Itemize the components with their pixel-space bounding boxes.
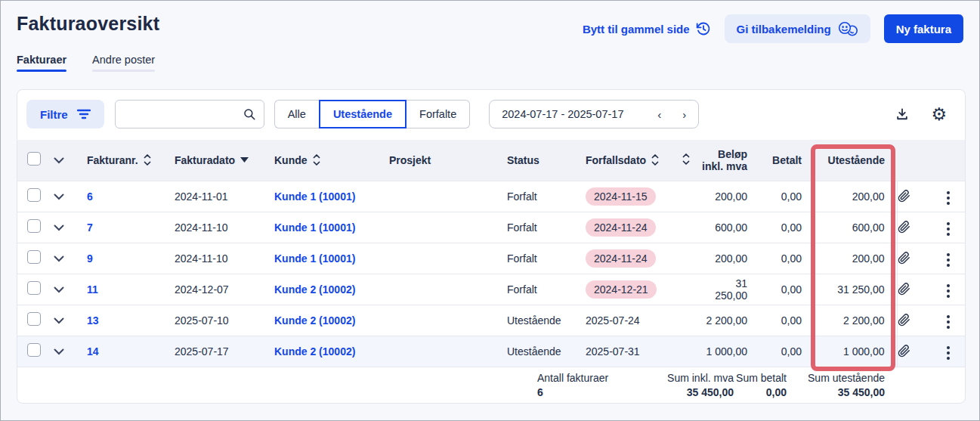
invoice-number-link[interactable]: 6: [87, 190, 93, 203]
inactive-tab-underline: [92, 70, 155, 72]
due-date: 2024-11-24: [586, 249, 656, 268]
outstanding-amount: 200,00: [852, 252, 885, 265]
customer-link[interactable]: Kunde 1 (10001): [274, 252, 355, 265]
row-expand-chevron-icon[interactable]: [54, 224, 64, 231]
table-row: 7 2024-11-10 Kunde 1 (10001) Forfalt 202…: [17, 212, 965, 243]
due-date: 2024-11-24: [586, 218, 656, 237]
kebab-menu-icon[interactable]: [944, 250, 953, 270]
customer-link[interactable]: Kunde 2 (10002): [274, 283, 355, 296]
row-checkbox[interactable]: [27, 281, 41, 295]
paperclip-icon[interactable]: [898, 282, 932, 296]
kebab-menu-icon[interactable]: [944, 312, 953, 332]
paperclip-icon[interactable]: [898, 189, 932, 203]
paperclip-icon[interactable]: [898, 344, 932, 358]
invoice-number-link[interactable]: 9: [87, 252, 93, 265]
row-checkbox[interactable]: [27, 312, 41, 326]
active-tab-underline: [17, 70, 66, 72]
col-header-actions: [932, 140, 965, 181]
date-prev-chevron[interactable]: ‹: [656, 107, 663, 122]
row-expand-chevron-icon[interactable]: [54, 286, 64, 293]
row-checkbox[interactable]: [27, 188, 41, 202]
customer-link[interactable]: Kunde 2 (10002): [274, 314, 355, 327]
col-header-utestaende: Utestående: [814, 140, 897, 181]
paid-amount: 0,00: [781, 221, 802, 234]
row-checkbox[interactable]: [27, 250, 41, 264]
smileys-icon: [838, 21, 858, 37]
col-header-kunde[interactable]: Kunde: [262, 140, 377, 181]
date-range-picker[interactable]: 2024-07-17 - 2025-07-17 ‹ ›: [489, 100, 699, 128]
search-box: [115, 100, 264, 128]
invoice-number-link[interactable]: 11: [87, 283, 98, 296]
sum-incl-value: 35 450,00: [617, 386, 734, 398]
new-invoice-button[interactable]: Ny faktura: [884, 14, 963, 43]
search-input[interactable]: [125, 108, 243, 120]
customer-link[interactable]: Kunde 1 (10001): [274, 221, 355, 234]
date-next-chevron[interactable]: ›: [681, 107, 688, 122]
invoice-number-link[interactable]: 13: [87, 314, 99, 327]
col-fakturanr-label: Fakturanr.: [87, 154, 138, 166]
customer-link[interactable]: Kunde 1 (10001): [274, 190, 355, 203]
page-title: Fakturaoversikt: [17, 13, 159, 35]
row-expand-chevron-icon[interactable]: [54, 317, 64, 324]
kebab-menu-icon[interactable]: [944, 343, 953, 363]
filters-button[interactable]: Filtre: [26, 100, 104, 128]
invoice-date: 2025-07-10: [175, 314, 229, 327]
col-header-fakturadato[interactable]: Fakturadato: [162, 140, 262, 181]
invoice-number-link[interactable]: 7: [87, 221, 93, 234]
col-kunde-label: Kunde: [274, 154, 308, 166]
kebab-menu-icon[interactable]: [944, 188, 953, 208]
paperclip-icon[interactable]: [898, 251, 932, 265]
col-header-forfallsdato[interactable]: Forfallsdato: [573, 140, 670, 181]
col-header-fakturanr[interactable]: Fakturanr.: [75, 140, 162, 181]
kebab-menu-icon[interactable]: [944, 219, 953, 239]
paperclip-icon[interactable]: [898, 313, 932, 327]
settings-gear-icon[interactable]: ⚙: [931, 106, 947, 123]
select-all-checkbox[interactable]: [27, 152, 41, 166]
status-text: Forfalt: [507, 190, 537, 203]
feedback-button[interactable]: Gi tilbakemelding: [725, 14, 870, 43]
outstanding-amount: 2 200,00: [843, 314, 885, 327]
tab-andre-poster[interactable]: Andre poster: [92, 54, 155, 72]
switch-to-old-page-link[interactable]: Bytt til gammel side: [583, 21, 711, 36]
kebab-menu-icon[interactable]: [944, 281, 953, 301]
table-row: 6 2024-11-01 Kunde 1 (10001) Forfalt 202…: [17, 181, 965, 212]
outstanding-amount: 31 250,00: [837, 283, 884, 296]
invoice-number-link[interactable]: 14: [87, 345, 99, 358]
table-summary-footer: Antall fakturaer 6 Sum inkl. mva 35 450,…: [17, 367, 965, 403]
tab-fakturaer[interactable]: Fakturaer: [17, 54, 66, 72]
filter-lines-icon: [77, 109, 91, 119]
table-row: 14 2025-07-17 Kunde 2 (10002) Utestående…: [17, 336, 965, 367]
amount-incl-vat: 2 200,00: [706, 314, 748, 327]
filter-utestaende-label: Utestående: [333, 108, 392, 120]
due-date: 2024-11-15: [586, 187, 656, 206]
filter-alle-label: Alle: [288, 108, 306, 120]
sort-icon: [682, 153, 690, 165]
amount-incl-vat: 31 250,00: [715, 277, 747, 302]
search-icon[interactable]: [243, 107, 256, 121]
filter-alle-button[interactable]: Alle: [274, 100, 319, 128]
expand-all-chevron-icon[interactable]: [54, 157, 64, 164]
filter-forfalte-button[interactable]: Forfalte: [407, 100, 470, 128]
row-expand-chevron-icon[interactable]: [54, 348, 64, 355]
download-icon[interactable]: [895, 107, 910, 122]
row-checkbox[interactable]: [27, 343, 41, 357]
col-belop-label: Beløp inkl. mva: [702, 148, 747, 172]
col-betalt-label: Betalt: [772, 154, 802, 166]
status-filter-segmented: Alle Utestående Forfalte: [274, 100, 471, 128]
customer-link[interactable]: Kunde 2 (10002): [274, 345, 355, 358]
invoice-table-card: Filtre Alle Utestående Forfa: [17, 89, 966, 404]
tab-andre-poster-label: Andre poster: [92, 54, 155, 66]
col-fakturadato-label: Fakturadato: [175, 154, 235, 166]
row-expand-chevron-icon[interactable]: [54, 255, 64, 262]
table-header-row: Fakturanr. Fakturadato Kunde Prosjekt St…: [17, 140, 965, 181]
col-header-belop-sort[interactable]: [670, 140, 702, 181]
filter-utestaende-button[interactable]: Utestående: [319, 100, 407, 128]
invoice-date: 2025-07-17: [175, 345, 229, 358]
page-header: Fakturaoversikt Bytt til gammel side Gi …: [1, 1, 979, 72]
row-checkbox[interactable]: [27, 219, 41, 233]
paperclip-icon[interactable]: [898, 220, 932, 234]
paid-amount: 0,00: [781, 345, 802, 358]
filters-button-label: Filtre: [40, 108, 68, 121]
table-row: 11 2024-12-07 Kunde 2 (10002) Forfalt 20…: [17, 274, 965, 305]
row-expand-chevron-icon[interactable]: [54, 193, 64, 200]
